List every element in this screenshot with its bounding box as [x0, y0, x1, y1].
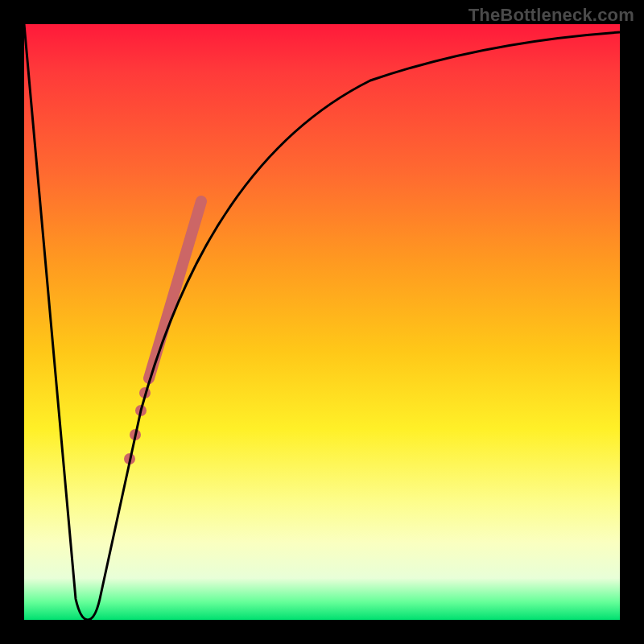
- chart-frame: TheBottleneck.com: [0, 0, 644, 644]
- watermark-text: TheBottleneck.com: [469, 5, 634, 26]
- bottleneck-curve: [24, 24, 620, 620]
- chart-svg: [24, 24, 620, 620]
- plot-area: [24, 24, 620, 620]
- highlight-group: [124, 201, 201, 464]
- highlight-segment: [149, 201, 201, 378]
